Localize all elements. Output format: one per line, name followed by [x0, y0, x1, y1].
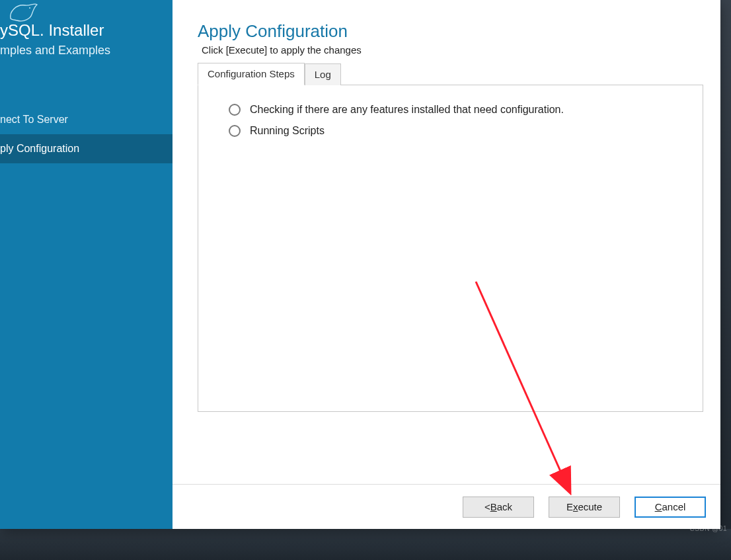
- exec-mnemonic: x: [573, 501, 578, 512]
- step-row: Running Scripts: [229, 125, 691, 137]
- logo-wrap: ySQL. Installer mples and Examples: [0, 1, 173, 58]
- back-prefix: <: [484, 501, 490, 512]
- exec-pre: E: [566, 501, 573, 512]
- tab-configuration-steps[interactable]: Configuration Steps: [198, 63, 305, 85]
- step-status-icon: [229, 104, 241, 116]
- desktop-background: [0, 529, 731, 560]
- back-button[interactable]: < Back: [463, 497, 534, 518]
- page-description: Click [Execute] to apply the changes: [202, 44, 703, 56]
- cancel-rest: ancel: [662, 501, 685, 512]
- tab-log[interactable]: Log: [305, 63, 341, 85]
- brand-left: ySQL: [0, 21, 40, 39]
- installer-window: ySQL. Installer mples and Examples nect …: [0, 0, 720, 529]
- main-content: Apply Configuration Click [Execute] to a…: [173, 0, 720, 529]
- svg-point-0: [29, 7, 30, 9]
- cancel-mnemonic: C: [655, 501, 662, 512]
- mysql-dolphin-icon: [8, 3, 40, 22]
- sidebar-item-connect-to-server[interactable]: nect To Server: [0, 105, 173, 134]
- tab-bar: Configuration Steps Log: [198, 62, 703, 85]
- step-status-icon: [229, 125, 241, 137]
- sidebar: ySQL. Installer mples and Examples nect …: [0, 0, 173, 529]
- step-label: Running Scripts: [250, 125, 325, 137]
- steps-panel: Checking if there are any features insta…: [198, 85, 703, 412]
- brand-subtitle: mples and Examples: [0, 44, 173, 58]
- page-title: Apply Configuration: [198, 21, 703, 42]
- sidebar-item-apply-configuration[interactable]: ply Configuration: [0, 134, 173, 163]
- brand-title: ySQL. Installer: [0, 21, 173, 40]
- wizard-footer: < Back Execute Cancel: [173, 484, 720, 529]
- sidebar-item-label: nect To Server: [0, 114, 68, 125]
- back-mnemonic: B: [490, 501, 497, 512]
- desktop-right-strip: [720, 0, 731, 529]
- step-row: Checking if there are any features insta…: [229, 104, 691, 116]
- execute-button[interactable]: Execute: [549, 497, 620, 518]
- tab-label: Configuration Steps: [208, 68, 295, 79]
- step-label: Checking if there are any features insta…: [250, 104, 564, 116]
- exec-rest: ecute: [578, 501, 602, 512]
- sidebar-item-label: ply Configuration: [0, 143, 79, 154]
- brand-right: Installer: [48, 21, 104, 39]
- sidebar-nav: nect To Server ply Configuration: [0, 105, 173, 163]
- watermark-text: CSDN @01: [690, 525, 727, 532]
- cancel-button[interactable]: Cancel: [635, 497, 706, 518]
- tab-label: Log: [315, 69, 331, 80]
- back-rest: ack: [497, 501, 512, 512]
